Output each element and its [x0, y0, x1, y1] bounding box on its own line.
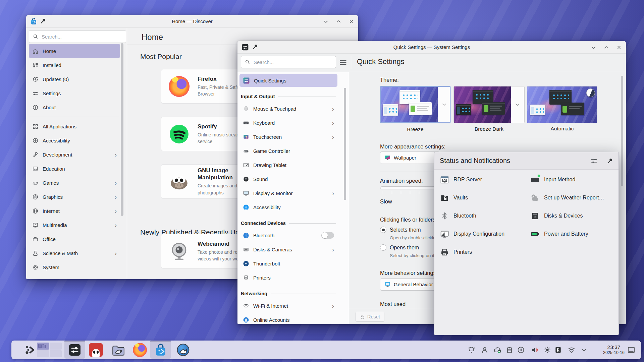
- discover-sidebar-scrollbar[interactable]: [121, 43, 123, 216]
- firefox-taskbar-icon[interactable]: [133, 343, 147, 357]
- notifications-bell-icon[interactable]: [468, 346, 476, 354]
- discover-titlebar[interactable]: Home — Discover: [26, 15, 358, 28]
- popup-item-disks-devices[interactable]: Disks & Devices: [530, 209, 583, 223]
- minimize-button[interactable]: [590, 44, 597, 51]
- maximize-button[interactable]: [602, 44, 610, 51]
- media-pause-icon[interactable]: [517, 346, 525, 354]
- settings-search[interactable]: [241, 56, 336, 68]
- sidebar-item-online-accounts[interactable]: Online Accounts: [239, 313, 337, 324]
- sidebar-item-graphics[interactable]: Graphics›: [29, 190, 120, 204]
- sidebar-item-display-monitor[interactable]: Display & Monitor›: [239, 186, 337, 200]
- chevron-right-icon: ›: [332, 120, 334, 126]
- sidebar-item-accessibility[interactable]: Accessibility: [29, 133, 120, 147]
- popup-item-bluetooth[interactable]: Bluetooth: [440, 209, 476, 223]
- pager-desktop-4[interactable]: [50, 350, 62, 357]
- task-discover[interactable]: [150, 341, 171, 359]
- theme-card-breeze[interactable]: [380, 86, 450, 123]
- radio-opens-them[interactable]: Opens them: [380, 244, 419, 251]
- close-button[interactable]: [347, 18, 355, 25]
- sidebar-item-printers[interactable]: Printers: [239, 270, 337, 285]
- sidebar-item-drawing-tablet[interactable]: Drawing Tablet: [239, 158, 337, 172]
- wifi-icon: [243, 303, 249, 309]
- sidebar-item-sound[interactable]: Sound: [239, 172, 337, 186]
- sidebar-item-system[interactable]: System: [29, 260, 120, 274]
- slider-slow-label: Slow: [380, 198, 392, 205]
- sidebar-item-wifi-internet[interactable]: Wi-Fi & Internet›: [239, 299, 337, 313]
- sidebar-item-office[interactable]: Office: [29, 232, 120, 246]
- theme-card-breeze-dark[interactable]: [453, 86, 525, 123]
- application-launcher-icon[interactable]: [24, 344, 36, 356]
- chevron-right-icon: ›: [115, 222, 117, 228]
- general-behavior-button[interactable]: General Behavior: [380, 278, 441, 291]
- pager-desktop-2[interactable]: [50, 343, 62, 350]
- popup-item-display-configuration[interactable]: Display Configuration: [440, 227, 504, 241]
- sidebar-item-quick-settings[interactable]: Quick Settings: [239, 74, 337, 87]
- settings-sidebar-scrollbar[interactable]: [344, 88, 346, 200]
- sidebar-item-science-math[interactable]: Science & Math›: [29, 246, 120, 260]
- pager-desktop-3[interactable]: [37, 350, 49, 357]
- theme-breeze-dark-variant-button[interactable]: [511, 86, 523, 123]
- discover-search-input[interactable]: [41, 34, 122, 40]
- expand-tray-chevron-icon[interactable]: [580, 346, 588, 354]
- discover-search[interactable]: [29, 30, 126, 43]
- sidebar-item-bluetooth[interactable]: Bluetooth: [239, 228, 337, 242]
- sidebar-item-disks-cameras[interactable]: Disks & Cameras›: [239, 242, 337, 256]
- hamburger-menu-icon[interactable]: [339, 58, 347, 68]
- radio-selects-them[interactable]: Selects them: [380, 227, 421, 233]
- sidebar-item-installed[interactable]: Installed: [29, 58, 120, 72]
- popup-item-rdp-server[interactable]: RDP Server: [440, 173, 482, 186]
- virtual-desktop-pager[interactable]: [37, 343, 62, 357]
- clipboard-icon[interactable]: [506, 346, 513, 354]
- falkon-icon[interactable]: [176, 343, 190, 357]
- sidebar-item-keyboard[interactable]: Keyboard›: [239, 116, 337, 130]
- sidebar-item-home[interactable]: Home: [29, 44, 120, 58]
- volume-icon[interactable]: [531, 346, 539, 354]
- reset-button[interactable]: Reset: [356, 312, 384, 322]
- dolphin-icon[interactable]: [111, 343, 125, 357]
- popup-item-power-battery[interactable]: Power and Battery: [530, 227, 588, 241]
- user-icon[interactable]: [481, 346, 489, 354]
- maximize-button[interactable]: [335, 18, 342, 25]
- pager-desktop-1[interactable]: [37, 343, 49, 350]
- popup-item-printers[interactable]: Printers: [440, 245, 472, 259]
- sidebar-item-multimedia[interactable]: Multimedia›: [29, 218, 120, 232]
- sidebar-item-about[interactable]: About: [29, 100, 120, 114]
- close-button[interactable]: [615, 44, 623, 51]
- digital-clock[interactable]: 23:37 2025-10-16: [598, 344, 630, 355]
- sidebar-item-development[interactable]: Development›: [29, 147, 120, 162]
- sidebar-item-internet[interactable]: Internet›: [29, 204, 120, 218]
- ghostwriter-icon[interactable]: [89, 343, 103, 357]
- settings-titlebar[interactable]: Quick Settings — System Settings: [237, 41, 626, 54]
- show-desktop-icon[interactable]: [627, 346, 636, 354]
- theme-breeze-variant-button[interactable]: [438, 87, 450, 122]
- pin-icon[interactable]: [606, 158, 613, 164]
- cloud-sync-icon[interactable]: [493, 346, 501, 354]
- sidebar-item-games[interactable]: Games›: [29, 176, 120, 190]
- sidebar-item-all-applications[interactable]: All Applications: [29, 119, 120, 133]
- pin-icon[interactable]: [40, 18, 46, 24]
- network-wifi-icon[interactable]: [568, 346, 576, 354]
- sidebar-item-touchscreen[interactable]: Touchscreen›: [239, 130, 337, 144]
- display-configuration-icon: [440, 229, 449, 239]
- sidebar-item-settings[interactable]: Settings: [29, 86, 120, 100]
- sidebar-item-accessibility[interactable]: Accessibility: [239, 200, 337, 214]
- popup-item-input-method[interactable]: Input Method: [530, 173, 575, 186]
- kdeconnect-icon[interactable]: [554, 346, 562, 354]
- task-system-settings[interactable]: [64, 341, 85, 359]
- settings-content-scrollbar[interactable]: [621, 76, 623, 186]
- brightness-sun-icon[interactable]: [544, 346, 551, 354]
- minimize-button[interactable]: [322, 18, 329, 25]
- sidebar-item-updates[interactable]: Updates (0): [29, 72, 120, 86]
- sidebar-item-game-controller[interactable]: Game Controller: [239, 144, 337, 158]
- sidebar-item-thunderbolt[interactable]: Thunderbolt: [239, 256, 337, 270]
- sidebar-item-education[interactable]: Education: [29, 162, 120, 176]
- wallpaper-button[interactable]: Wallpaper: [380, 152, 440, 164]
- settings-search-input[interactable]: [253, 59, 332, 65]
- theme-card-automatic[interactable]: [527, 86, 597, 123]
- pin-icon[interactable]: [252, 44, 258, 50]
- bluetooth-toggle-off[interactable]: [321, 232, 334, 239]
- configure-sliders-icon[interactable]: [590, 157, 598, 165]
- popup-item-weather[interactable]: Set up Weather Report…: [530, 191, 604, 204]
- sidebar-item-mouse-touchpad[interactable]: Mouse & Touchpad›: [239, 102, 337, 116]
- popup-item-vaults[interactable]: Vaults: [440, 191, 468, 204]
